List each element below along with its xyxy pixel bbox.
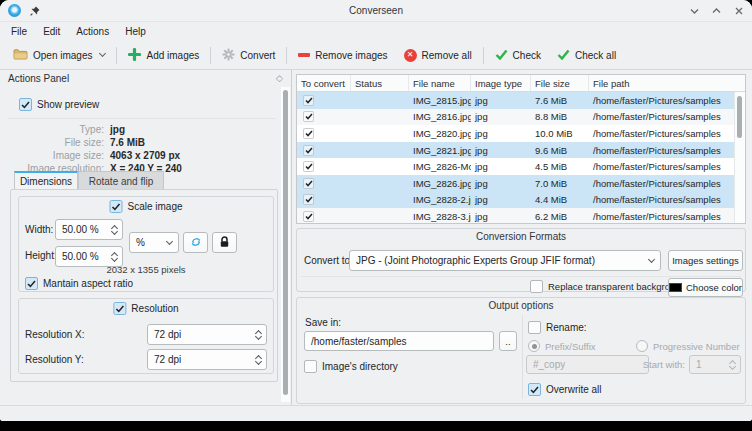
cell-file-size: 4.5 MiB [531,161,589,172]
spinner-arrows-icon[interactable] [112,226,119,234]
table-row[interactable]: IMG_2820.jpg jpg 10.0 MiB /home/faster/P… [297,125,735,142]
scale-image-checkbox[interactable]: Scale image [109,200,182,213]
add-images-label: Add images [146,50,199,61]
toolbar-separator [210,47,211,64]
lock-aspect-button[interactable] [212,232,237,253]
open-images-button[interactable]: Open images [5,43,113,67]
choose-color-button[interactable]: Choose color [668,278,743,297]
column-header-image-type[interactable]: Image type [471,75,531,91]
refresh-dimensions-button[interactable] [183,232,208,253]
cell-file-name: IMG_2815.jpg [409,95,471,106]
row-checkbox[interactable] [303,178,314,189]
resolution-x-spinbox[interactable]: 72 dpi [147,324,267,345]
table-row[interactable]: IMG_2815.jpg jpg 7.6 MiB /home/faster/Pi… [297,92,735,109]
spinner-arrows-icon[interactable] [256,356,263,364]
resolution-checkbox[interactable]: Resolution [113,302,178,315]
window-title: Converseen [0,5,752,16]
browse-button[interactable]: .. [499,331,517,351]
add-images-button[interactable]: Add images [120,43,207,67]
menu-edit[interactable]: Edit [35,24,68,39]
check-button[interactable]: Check [487,43,549,67]
column-header-to-convert[interactable]: To convert [297,75,351,91]
replace-transparent-checkbox[interactable]: Replace transparent background [530,280,686,293]
app-window: Converseen File Edit Actions Help Open i… [0,0,752,421]
panel-tabs: Dimensions Rotate and flip [14,171,164,190]
maintain-aspect-ratio-checkbox[interactable]: Mantain aspect ratio [25,277,133,290]
maximize-button[interactable] [711,5,722,16]
convert-button[interactable]: Convert [214,43,283,67]
cell-image-type: jpg [471,178,531,189]
progressive-number-radio[interactable]: Progressive Number [636,340,740,352]
separator [8,118,276,119]
spinner-arrows-icon[interactable] [112,253,119,261]
column-header-file-size[interactable]: File size [531,75,589,91]
start-with-spinbox[interactable]: 1 [689,355,741,374]
cell-file-size: 7.6 MiB [531,95,589,106]
column-header-file-name[interactable]: File name [409,75,471,91]
cell-file-size: 7.0 MiB [531,178,589,189]
checkbox-box-icon [528,321,541,334]
minimize-button[interactable] [689,5,700,16]
table-scrollbar[interactable] [734,92,744,222]
row-checkbox[interactable] [303,161,314,172]
column-header-status[interactable]: Status [351,75,409,91]
spinner-arrows-icon[interactable] [256,331,263,339]
images-settings-button[interactable]: Images settings [668,250,743,271]
prefix-suffix-radio[interactable]: Prefix/Suffix [528,340,596,352]
resolution-group: Resolution Resolution X: 72 dpi Resoluti… [18,298,274,374]
table-row[interactable]: IMG_2828-3.jpg jpg 6.2 MiB /home/faster/… [297,208,735,223]
tab-dimensions[interactable]: Dimensions [14,171,78,190]
remove-all-button[interactable]: ✕ Remove all [396,43,480,67]
image-info: Type: jpg File size: 7.6 MiB Image size:… [0,123,282,175]
images-directory-checkbox[interactable]: Image's directory [304,360,398,373]
cell-file-name: IMG_2828-2.jpg [409,194,471,205]
row-checkbox[interactable] [303,211,314,222]
resolution-y-spinbox[interactable]: 72 dpi [147,349,267,370]
tab-rotate-and-flip[interactable]: Rotate and flip [78,171,164,190]
convert-to-label: Convert to: [304,255,353,266]
width-spinbox[interactable]: 50.00 % [55,219,123,240]
info-row-type: Type: jpg [0,123,282,136]
cell-file-path: /home/faster/Pictures/samples [589,128,735,139]
menu-file[interactable]: File [3,24,35,39]
row-checkbox[interactable] [303,145,314,156]
cell-file-name: IMG_2826-Mo... [409,161,471,172]
checkbox-box-icon [528,383,541,396]
row-checkbox[interactable] [303,194,314,205]
menu-actions[interactable]: Actions [68,24,117,39]
float-panel-icon[interactable]: ◇ [276,74,283,83]
table-row[interactable]: IMG_2828-2.jpg jpg 4.4 MiB /home/faster/… [297,192,735,209]
table-row[interactable]: IMG_2826-Mo... jpg 4.5 MiB /home/faster/… [297,158,735,175]
row-checkbox[interactable] [303,95,314,106]
panel-scrollbar[interactable] [281,87,290,402]
output-options-group: Output options Save in: /home/faster/sam… [296,297,746,404]
main-area: Actions Panel ◇ Show preview Type: jpg F… [0,70,752,405]
spinner-arrows-icon[interactable] [730,361,737,369]
table-body: IMG_2815.jpg jpg 7.6 MiB /home/faster/Pi… [297,92,735,223]
table-row[interactable]: IMG_2821.jpg jpg 9.6 MiB /home/faster/Pi… [297,142,735,159]
table-scrollbar-thumb[interactable] [737,96,742,138]
actions-panel-header: Actions Panel ◇ [0,70,291,87]
cell-image-type: jpg [471,145,531,156]
rename-checkbox[interactable]: Rename: [528,321,587,334]
row-checkbox[interactable] [303,128,314,139]
chevron-down-icon [649,259,657,262]
cell-image-type: jpg [471,194,531,205]
separator [301,276,741,277]
unit-combobox[interactable]: % [129,232,179,253]
format-combobox[interactable]: JPG - (Joint Photographic Experts Group … [349,250,661,271]
lock-icon [219,236,230,250]
overwrite-all-checkbox[interactable]: Overwrite all [528,383,602,396]
remove-images-button[interactable]: Remove images [290,43,395,67]
row-checkbox[interactable] [303,111,314,122]
refresh-icon [190,236,202,250]
show-preview-checkbox[interactable]: Show preview [19,98,99,111]
column-header-file-path[interactable]: File path [589,75,735,91]
panel-scrollbar-thumb[interactable] [283,90,288,395]
save-in-input[interactable]: /home/faster/samples [304,331,494,351]
table-row[interactable]: IMG_2826.jpg jpg 7.0 MiB /home/faster/Pi… [297,175,735,192]
close-button[interactable] [733,5,744,16]
table-row[interactable]: IMG_2816.jpg jpg 8.8 MiB /home/faster/Pi… [297,109,735,126]
menu-help[interactable]: Help [117,24,154,39]
check-all-button[interactable]: Check all [549,43,624,67]
